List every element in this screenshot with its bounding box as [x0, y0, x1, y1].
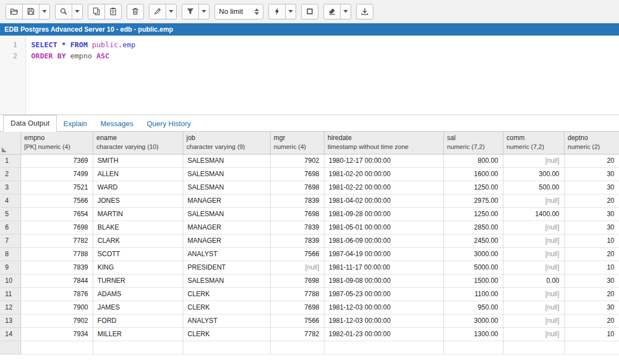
column-header-empno[interactable]: empno[PK] numeric (4) [21, 132, 93, 154]
column-header-mgr[interactable]: mgrnumeric (4) [270, 132, 324, 154]
grid-cell[interactable]: 0.00 [503, 274, 564, 287]
grid-cell[interactable]: 2450.00 [443, 234, 503, 247]
grid-cell[interactable]: 10 [564, 234, 619, 247]
row-number[interactable]: 14 [0, 327, 21, 341]
tab-data-output[interactable]: Data Output [3, 115, 57, 132]
sql-code-line[interactable]: SELECT * FROM public.emp [26, 39, 136, 51]
grid-cell[interactable]: 20 [564, 154, 619, 167]
grid-cell[interactable]: 1600.00 [443, 167, 503, 181]
grid-cell[interactable]: 1981-06-09 00:00:00 [324, 234, 443, 247]
edit-options-caret[interactable] [166, 4, 177, 19]
grid-cell[interactable]: SALESMAN [183, 274, 270, 287]
edit-button[interactable] [149, 4, 166, 19]
grid-cell[interactable]: 1981-11-17 00:00:00 [324, 261, 443, 274]
grid-cell[interactable]: [null] [503, 301, 564, 314]
grid-cell[interactable]: JAMES [93, 301, 183, 314]
grid-cell[interactable]: 30 [564, 301, 619, 314]
grid-cell[interactable]: 1981-09-08 00:00:00 [324, 274, 443, 287]
column-header-job[interactable]: jobcharacter varying (9) [183, 132, 270, 154]
grid-cell[interactable]: MANAGER [183, 234, 270, 247]
download-button[interactable] [356, 4, 373, 19]
grid-cell[interactable]: 1987-04-19 00:00:00 [324, 247, 443, 261]
grid-cell[interactable]: SALESMAN [183, 181, 270, 194]
row-number[interactable]: 2 [0, 167, 21, 181]
grid-cell[interactable]: BLAKE [93, 221, 183, 234]
grid-cell[interactable]: 1300.00 [443, 327, 503, 341]
grid-cell[interactable]: 7566 [270, 247, 324, 261]
grid-cell[interactable]: [null] [503, 314, 564, 327]
grid-cell[interactable]: 30 [564, 167, 619, 181]
grid-cell[interactable]: 7698 [270, 274, 324, 287]
grid-cell[interactable]: 7900 [21, 301, 93, 314]
grid-cell[interactable]: 800.00 [443, 154, 503, 167]
find-button[interactable] [55, 4, 72, 19]
grid-cell[interactable]: 7499 [21, 167, 93, 181]
grid-cell[interactable]: MANAGER [183, 221, 270, 234]
save-button[interactable] [22, 4, 39, 19]
tab-query-history[interactable]: Query History [140, 116, 197, 132]
grid-cell[interactable]: CLERK [183, 327, 270, 341]
grid-cell[interactable]: 7698 [270, 181, 324, 194]
grid-cell[interactable]: MILLER [93, 327, 183, 341]
grid-cell[interactable]: PRESIDENT [183, 261, 270, 274]
grid-cell[interactable]: 7788 [21, 247, 93, 261]
grid-cell[interactable]: 2850.00 [443, 221, 503, 234]
grid-cell[interactable]: 7698 [270, 167, 324, 181]
grid-cell[interactable]: 1981-02-20 00:00:00 [324, 167, 443, 181]
grid-cell[interactable]: 1981-12-03 00:00:00 [324, 301, 443, 314]
row-number[interactable]: 8 [0, 247, 21, 261]
row-number[interactable]: 10 [0, 274, 21, 287]
grid-cell[interactable]: 30 [564, 274, 619, 287]
grid-cell[interactable]: CLERK [183, 301, 270, 314]
grid-cell[interactable]: SCOTT [93, 247, 183, 261]
grid-cell[interactable]: 7839 [270, 194, 324, 207]
row-number[interactable]: 3 [0, 181, 21, 194]
grid-cell[interactable]: 7839 [270, 221, 324, 234]
grid-cell[interactable]: ALLEN [93, 167, 183, 181]
grid-cell[interactable]: 950.00 [443, 301, 503, 314]
grid-cell[interactable]: ANALYST [183, 247, 270, 261]
grid-cell[interactable]: 7521 [21, 181, 93, 194]
grid-cell[interactable]: 3000.00 [443, 314, 503, 327]
grid-cell[interactable]: 10 [564, 261, 619, 274]
grid-cell[interactable]: 1981-05-01 00:00:00 [324, 221, 443, 234]
grid-cell[interactable]: 20 [564, 194, 619, 207]
grid-cell[interactable]: 7369 [21, 154, 93, 167]
find-options-caret[interactable] [72, 4, 83, 19]
grid-cell[interactable]: MARTIN [93, 207, 183, 221]
grid-cell[interactable]: [null] [503, 247, 564, 261]
grid-cell[interactable]: 1982-01-23 00:00:00 [324, 327, 443, 341]
grid-cell[interactable]: 7902 [270, 154, 324, 167]
grid-cell[interactable]: MANAGER [183, 194, 270, 207]
grid-cell[interactable]: CLERK [183, 287, 270, 301]
row-number[interactable]: 7 [0, 234, 21, 247]
grid-cell[interactable]: 1250.00 [443, 181, 503, 194]
grid-cell[interactable]: SALESMAN [183, 207, 270, 221]
column-header-sal[interactable]: salnumeric (7,2) [443, 132, 503, 154]
grid-cell[interactable]: 1981-02-22 00:00:00 [324, 181, 443, 194]
delete-button[interactable] [127, 4, 144, 19]
grid-cell[interactable]: 3000.00 [443, 247, 503, 261]
grid-cell[interactable]: 30 [564, 221, 619, 234]
row-number[interactable]: 9 [0, 261, 21, 274]
grid-cell[interactable]: 10 [564, 327, 619, 341]
grid-cell[interactable]: 1987-05-23 00:00:00 [324, 287, 443, 301]
select-all-corner[interactable] [0, 132, 21, 154]
column-header-ename[interactable]: enamecharacter varying (10) [93, 132, 183, 154]
column-header-hiredate[interactable]: hiredatetimestamp without time zone [324, 132, 443, 154]
execute-button[interactable] [268, 4, 286, 19]
row-number[interactable]: 12 [0, 301, 21, 314]
grid-cell[interactable]: SMITH [93, 154, 183, 167]
tab-messages[interactable]: Messages [94, 116, 140, 132]
grid-cell[interactable]: 1981-09-28 00:00:00 [324, 207, 443, 221]
tab-explain[interactable]: Explain [57, 116, 94, 132]
grid-cell[interactable]: 7934 [21, 327, 93, 341]
execute-options-caret[interactable] [285, 4, 296, 19]
copy-button[interactable] [88, 4, 105, 19]
grid-cell[interactable]: 1981-04-02 00:00:00 [324, 194, 443, 207]
grid-cell[interactable]: 5000.00 [443, 261, 503, 274]
grid-cell[interactable]: 1500.00 [443, 274, 503, 287]
grid-cell[interactable]: 7839 [21, 261, 93, 274]
row-number[interactable]: 4 [0, 194, 21, 207]
grid-cell[interactable]: [null] [503, 287, 564, 301]
